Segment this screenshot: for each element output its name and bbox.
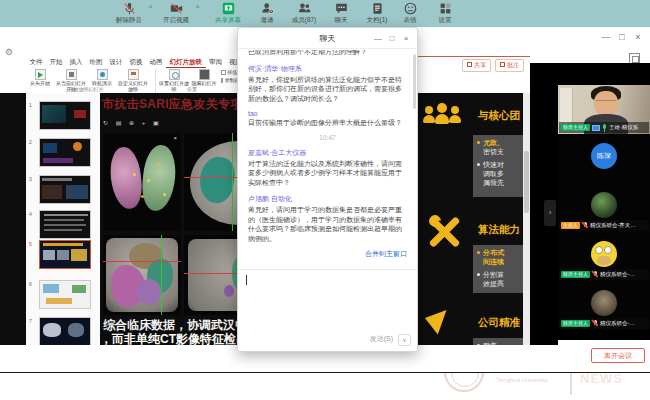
chat-window-controls: — □ ×	[371, 32, 413, 45]
participant-tile-2[interactable]: 陈琛	[558, 134, 650, 183]
mic-on-icon	[602, 124, 607, 132]
tab-file[interactable]: 文件	[26, 56, 46, 68]
watermark-en: Tsinghua University	[496, 377, 548, 383]
avatar	[591, 192, 617, 218]
setup-icon	[169, 69, 180, 80]
settings-icon	[439, 2, 452, 15]
video-options-caret[interactable]: ^	[196, 4, 199, 11]
share-screen-button[interactable]: 共享屏幕	[210, 2, 246, 25]
play-icon	[35, 69, 46, 80]
from-beginning-button[interactable]: 从头开始	[28, 69, 52, 87]
ct-3d-lung-image: ×	[103, 133, 181, 231]
invite-button[interactable]: 邀请	[252, 2, 282, 25]
maximize-button[interactable]: □	[614, 30, 630, 44]
chat-minimize-button[interactable]: —	[371, 32, 385, 45]
chat-sender-name: tao	[248, 110, 407, 117]
participant-label: 主持人 精仪系研会-齐天…	[559, 220, 649, 231]
paper-plane-icon	[425, 304, 455, 334]
panel-heading-2: 算法能力	[478, 223, 520, 237]
participant-tile-3[interactable]: 主持人 精仪系研会-齐天…	[558, 183, 650, 232]
chat-close-button[interactable]: ×	[399, 32, 413, 45]
chat-sender-name: 夏嘉斌·合工大仪器	[248, 148, 407, 158]
avatar	[591, 241, 617, 267]
cohost-badge: 联席主持人	[561, 124, 590, 131]
tab-animations[interactable]: 动画	[146, 56, 166, 68]
participant-tile-4[interactable]: 联席主持人 精仪系研会-…	[558, 232, 650, 281]
tab-design[interactable]: 设计	[106, 56, 126, 68]
send-options-caret[interactable]: ∨	[398, 334, 411, 346]
emoji-icon	[404, 2, 417, 15]
panel-box-2: 分布式 间连续 分割算 效提高	[473, 245, 523, 293]
participant-name: 精仪系研会-…	[600, 271, 647, 278]
avatar: 陈琛	[591, 143, 617, 169]
screen-share-icon	[592, 125, 600, 131]
tab-home[interactable]: 开始	[46, 56, 66, 68]
emoji-button[interactable]: 表情	[396, 2, 424, 25]
chat-message-text: 蒋兄好，请问用于学习的数据集是否都是必要严重的（医生能确诊），用于学习的数据集的…	[248, 205, 407, 243]
sidebar-collapse-arrow[interactable]: ›	[544, 200, 556, 226]
participant-name: 精仪系研会-…	[600, 320, 647, 327]
send-button[interactable]: 发送(S)	[370, 334, 393, 344]
mic-muted-icon	[592, 271, 598, 279]
cohost-badge: 联席主持人	[561, 271, 590, 278]
chat-message-text: 对于算法的泛化能力以及系统判断准确性，请问需要多少例病人或者多少例学习样本才能算…	[248, 159, 407, 188]
start-video-button[interactable]: 开启视频	[158, 2, 194, 25]
share-button[interactable]: 共享	[462, 59, 491, 72]
chat-button[interactable]: 聊天	[326, 2, 356, 25]
tab-review[interactable]: 审阅	[206, 56, 226, 68]
present-online-button[interactable]: 联机演示	[90, 69, 114, 87]
chat-sender-name: 何滨·清华·物理系	[248, 64, 407, 74]
chat-maximize-button[interactable]: □	[385, 32, 399, 45]
tab-transitions[interactable]: 切换	[126, 56, 146, 68]
unmute-button[interactable]: 解除静音	[111, 2, 147, 25]
viewer-toolbar-icons: ↻ ▤ ⊕ + ▣	[103, 119, 162, 126]
toolbar-divider	[0, 372, 650, 373]
chat-input-area[interactable]	[238, 269, 417, 331]
tab-draw[interactable]: 绘图	[86, 56, 106, 68]
ppt-left-margin	[0, 93, 26, 345]
chat-titlebar: 聊天 — □ ×	[238, 28, 417, 49]
minimize-button[interactable]: —	[598, 30, 614, 44]
slide-text-line2: ，而非单纯CT影像特征检出	[100, 331, 248, 345]
participant-label: 联席主持人 王雄·精仪系	[559, 122, 649, 133]
clock-icon	[221, 70, 226, 75]
hide-slide-button[interactable]: 隐藏幻灯片	[191, 69, 217, 87]
chat-message-text: 蒋兄好，你提到所训练的算法泛化能力似乎不是特别好，那你们在新的设备进行新的调试，…	[248, 75, 407, 104]
settings-button[interactable]: 设置	[428, 2, 462, 25]
leave-meeting-button[interactable]: 离开会议	[591, 348, 645, 363]
cohost-badge: 联席主持人	[561, 320, 590, 327]
participant-name: 王雄·精仪系	[609, 124, 647, 131]
participant-tile-5[interactable]: 联席主持人 精仪系研会-…	[558, 281, 650, 330]
tab-insert[interactable]: 插入	[66, 56, 86, 68]
team-people-icon	[425, 103, 465, 133]
ribbon-accent-line	[418, 56, 530, 57]
ribbon-group-label: 设置	[146, 86, 238, 92]
comments-button[interactable]: 批注	[495, 59, 524, 72]
documents-button[interactable]: 文档(1)	[360, 2, 394, 25]
avatar	[591, 290, 617, 316]
chat-timestamp: 10:47	[248, 134, 407, 141]
members-button[interactable]: 成员(87)	[286, 2, 322, 25]
text-caret	[246, 275, 247, 285]
mic-options-caret[interactable]: ^	[149, 4, 152, 11]
participant-name: 精仪系研会-齐天…	[590, 222, 647, 229]
participant-tile-1[interactable]: 联席主持人 王雄·精仪系	[558, 85, 650, 134]
panel-box-1: 尤政、 密切支 快速对 调取多 属领先	[473, 135, 523, 197]
slide-info-panel: 与核心团 尤政、 密切支 快速对 调取多 属领先 算法能力 分布式 间连续 分割…	[423, 93, 523, 345]
gear-icon[interactable]: ⚙	[5, 47, 15, 57]
host-badge: 主持人	[561, 222, 580, 229]
chat-footer: 发送(S) ∨	[238, 329, 417, 351]
camera-muted-icon	[170, 2, 183, 15]
watermark-news-en: NEWS	[580, 371, 623, 386]
ct-sagittal-image-1	[103, 235, 181, 315]
chat-message-list[interactable]: 已取消后利用那个不定期方法的理解？ 何滨·清华·物理系 蒋兄好，你提到所训练的算…	[238, 50, 417, 269]
play-current-icon	[66, 69, 77, 80]
merge-to-main-window-link[interactable]: 合并到主窗口	[248, 249, 407, 259]
document-icon	[371, 2, 384, 15]
ppt-scrollbar[interactable]	[523, 93, 530, 345]
invite-icon	[261, 2, 274, 15]
chat-scrollbar[interactable]	[413, 54, 416, 109]
tab-slideshow[interactable]: 幻灯片放映	[166, 56, 206, 68]
close-button[interactable]: ×	[630, 30, 646, 44]
mic-muted-icon	[123, 2, 136, 15]
